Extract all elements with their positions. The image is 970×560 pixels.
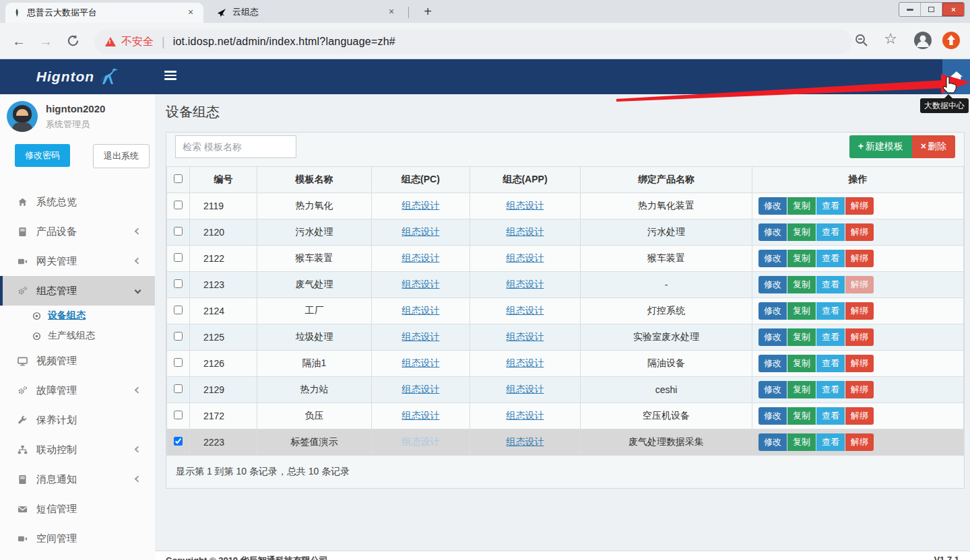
url-bar[interactable]: 不安全 | iot.idosp.net/admin/index.html?lan…	[94, 30, 852, 54]
pc-design-link[interactable]: 组态设计	[402, 226, 440, 237]
browser-update-icon[interactable]	[942, 31, 961, 50]
sidebar-item-4[interactable]: 视频管理	[0, 346, 155, 376]
forward-icon[interactable]: →	[39, 34, 53, 49]
action-unbind-button[interactable]: 解绑	[845, 407, 874, 425]
action-unbind-button[interactable]: 解绑	[845, 355, 874, 372]
sidebar-item-5[interactable]: 故障管理	[0, 376, 155, 405]
app-design-link[interactable]: 组态设计	[507, 252, 544, 263]
action-copy-button[interactable]: 复制	[787, 381, 816, 398]
app-design-link[interactable]: 组态设计	[507, 226, 544, 237]
tab-close-icon[interactable]: ×	[185, 7, 197, 19]
pc-design-link[interactable]: 组态设计	[402, 410, 440, 421]
action-view-button[interactable]: 查看	[816, 197, 845, 215]
app-design-link[interactable]: 组态设计	[507, 279, 544, 289]
app-design-link[interactable]: 组态设计	[507, 200, 544, 211]
app-design-link[interactable]: 组态设计	[507, 436, 544, 447]
action-view-button[interactable]: 查看	[816, 276, 845, 293]
action-view-button[interactable]: 查看	[816, 381, 845, 398]
sidebar-item-0[interactable]: 系统总览	[0, 187, 155, 217]
pc-design-link[interactable]: 组态设计	[402, 436, 440, 447]
action-unbind-button[interactable]: 解绑	[845, 276, 874, 293]
action-copy-button[interactable]: 复制	[787, 407, 816, 425]
sidebar-item-7[interactable]: 联动控制	[0, 435, 155, 464]
change-password-button[interactable]: 修改密码	[15, 144, 70, 167]
delete-button[interactable]: ×删除	[912, 135, 955, 158]
reload-icon[interactable]	[67, 34, 79, 47]
pc-design-link[interactable]: 组态设计	[402, 357, 440, 368]
action-modify-button[interactable]: 修改	[758, 328, 787, 346]
sidebar-item-6[interactable]: 保养计划	[0, 405, 155, 435]
sidebar-item-9[interactable]: 短信管理	[0, 494, 155, 524]
action-unbind-button[interactable]: 解绑	[845, 381, 874, 398]
zoom-out-icon[interactable]	[854, 33, 869, 48]
sidebar-item-10[interactable]: 空间管理	[0, 524, 155, 553]
sidebar-item-1[interactable]: 产品设备	[0, 217, 155, 246]
pc-design-link[interactable]: 组态设计	[402, 384, 440, 394]
action-view-button[interactable]: 查看	[816, 433, 845, 451]
app-design-link[interactable]: 组态设计	[507, 384, 544, 394]
pc-design-link[interactable]: 组态设计	[402, 200, 440, 211]
restore-button[interactable]	[921, 3, 942, 16]
action-unbind-button[interactable]: 解绑	[845, 302, 874, 320]
sidebar-item-8[interactable]: 消息通知	[0, 464, 155, 494]
row-checkbox[interactable]	[174, 437, 183, 446]
search-input[interactable]	[175, 135, 296, 158]
sidebar-subitem-3-0[interactable]: 设备组态	[0, 306, 155, 326]
action-modify-button[interactable]: 修改	[758, 381, 787, 398]
sidebar-item-3[interactable]: 组态管理	[0, 276, 155, 306]
action-copy-button[interactable]: 复制	[787, 197, 816, 215]
user-avatar[interactable]	[7, 101, 38, 132]
browser-tab-cloud[interactable]: 云组态 ×	[210, 3, 404, 22]
close-button[interactable]: ×	[942, 3, 964, 16]
action-copy-button[interactable]: 复制	[787, 355, 816, 372]
action-view-button[interactable]: 查看	[816, 407, 845, 425]
action-modify-button[interactable]: 修改	[758, 433, 787, 451]
app-design-link[interactable]: 组态设计	[507, 357, 544, 368]
action-copy-button[interactable]: 复制	[787, 276, 816, 293]
action-unbind-button[interactable]: 解绑	[845, 250, 874, 267]
app-design-link[interactable]: 组态设计	[507, 305, 544, 316]
action-modify-button[interactable]: 修改	[758, 355, 787, 372]
action-modify-button[interactable]: 修改	[758, 197, 787, 215]
pc-design-link[interactable]: 组态设计	[402, 331, 440, 342]
row-checkbox[interactable]	[174, 279, 183, 288]
action-copy-button[interactable]: 复制	[787, 328, 816, 346]
bookmark-star-icon[interactable]: ☆	[884, 30, 897, 48]
tab-close-icon[interactable]: ×	[385, 6, 397, 18]
action-copy-button[interactable]: 复制	[787, 223, 816, 241]
row-checkbox[interactable]	[174, 227, 183, 236]
new-template-button[interactable]: +新建模板	[849, 135, 912, 158]
row-checkbox[interactable]	[174, 332, 183, 341]
back-icon[interactable]: ←	[12, 34, 26, 49]
action-unbind-button[interactable]: 解绑	[845, 197, 874, 215]
menu-toggle-button[interactable]	[164, 71, 176, 82]
action-copy-button[interactable]: 复制	[787, 250, 816, 267]
action-view-button[interactable]: 查看	[816, 250, 845, 267]
pc-design-link[interactable]: 组态设计	[402, 305, 440, 316]
action-modify-button[interactable]: 修改	[758, 250, 787, 267]
action-copy-button[interactable]: 复制	[787, 433, 816, 451]
action-unbind-button[interactable]: 解绑	[845, 223, 874, 241]
row-checkbox[interactable]	[174, 306, 183, 314]
action-unbind-button[interactable]: 解绑	[845, 328, 874, 346]
new-tab-button[interactable]: +	[419, 3, 437, 21]
action-copy-button[interactable]: 复制	[787, 302, 816, 320]
app-design-link[interactable]: 组态设计	[507, 331, 544, 342]
row-checkbox[interactable]	[174, 253, 183, 262]
action-modify-button[interactable]: 修改	[758, 407, 787, 425]
row-checkbox[interactable]	[174, 411, 183, 419]
browser-tab-platform[interactable]: 思普云大数据平台 ×	[5, 3, 203, 23]
action-unbind-button[interactable]: 解绑	[845, 433, 874, 451]
profile-avatar-icon[interactable]	[913, 31, 932, 50]
action-modify-button[interactable]: 修改	[758, 302, 787, 320]
big-data-center-home-button[interactable]	[942, 59, 970, 94]
action-modify-button[interactable]: 修改	[758, 223, 787, 241]
pc-design-link[interactable]: 组态设计	[402, 279, 440, 289]
sidebar-item-2[interactable]: 网关管理	[0, 246, 155, 276]
action-view-button[interactable]: 查看	[816, 302, 845, 320]
logout-button[interactable]: 退出系统	[93, 144, 150, 168]
action-modify-button[interactable]: 修改	[758, 276, 787, 293]
minimize-button[interactable]	[899, 3, 921, 16]
pc-design-link[interactable]: 组态设计	[402, 252, 440, 263]
action-view-button[interactable]: 查看	[816, 355, 845, 372]
